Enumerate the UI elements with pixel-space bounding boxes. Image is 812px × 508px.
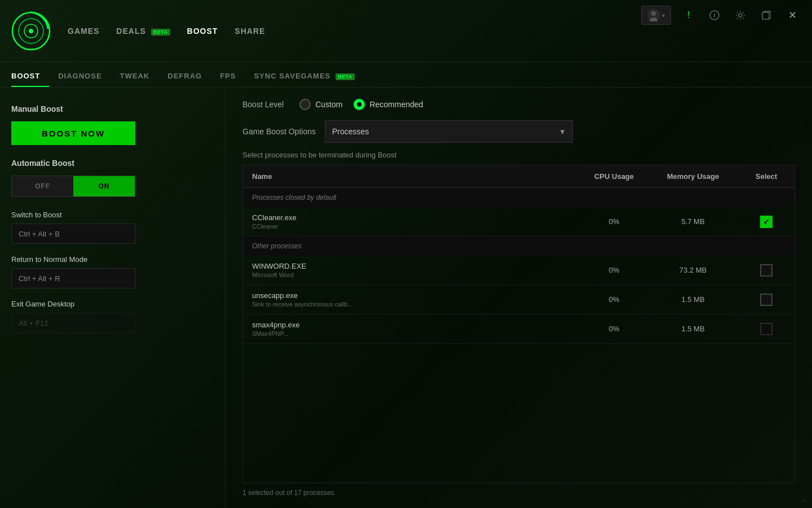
process-cpu: 0% (580, 266, 648, 274)
nav-deals[interactable]: DEALS BETA (116, 24, 170, 38)
close-button[interactable]: ✕ (784, 7, 801, 24)
process-desc: Sink to receive asynchronous callb... (252, 301, 571, 308)
auto-boost-toggle: OFF ON (11, 176, 135, 197)
nav-boost[interactable]: BOOST (187, 24, 218, 38)
process-cpu: 0% (580, 217, 648, 226)
process-name-col: CCleaner.exe CCleaner (243, 209, 580, 234)
th-select: Select (738, 165, 795, 187)
subnav-fps[interactable]: FPS (211, 72, 245, 87)
process-checkbox[interactable] (760, 216, 773, 228)
processes-select[interactable]: Processes Services Startup Items (325, 120, 573, 143)
left-panel: Manual Boost BOOST NOW Automatic Boost O… (0, 87, 226, 508)
process-mem: 1.5 MB (648, 295, 738, 304)
boost-options-row: Game Boost Options Processes Services St… (242, 120, 795, 143)
subnav-tweak[interactable]: TWEAK (111, 72, 159, 87)
titlebar-controls: ▾ ! i ✕ (641, 6, 801, 25)
svg-point-5 (739, 14, 742, 17)
process-name-col: unsecapp.exe Sink to receive asynchronou… (243, 287, 580, 312)
toggle-on-button[interactable]: ON (73, 176, 135, 196)
table-row: unsecapp.exe Sink to receive asynchronou… (243, 285, 795, 314)
process-cpu: 0% (580, 325, 648, 333)
alert-button[interactable]: ! (680, 7, 697, 24)
table-body: Processes closed by default CCleaner.exe… (243, 188, 795, 483)
process-desc: Microsoft Word (252, 271, 571, 278)
process-select-col (738, 294, 795, 306)
exit-game-label: Exit Game Desktop (11, 300, 208, 308)
svg-point-1 (651, 11, 656, 16)
app-logo (11, 11, 51, 51)
subnav-diagnose[interactable]: DIAGNOSE (49, 72, 111, 87)
auto-boost-label: Automatic Boost (11, 159, 208, 168)
process-desc: SMax4PNP... (252, 330, 571, 337)
nav-games[interactable]: GAMES (68, 24, 99, 38)
return-to-normal-label: Return to Normal Mode (11, 255, 208, 264)
nav-share[interactable]: SHARE (235, 24, 265, 38)
watermark: ▪▪ (801, 497, 805, 503)
switch-shortcut-box[interactable]: Ctrl + Alt + B (11, 224, 135, 244)
svg-text:i: i (713, 12, 715, 19)
process-name-col: WINWORD.EXE Microsoft Word (243, 257, 580, 283)
recommended-radio-circle (354, 99, 365, 110)
recommended-radio-option[interactable]: Recommended (354, 99, 423, 110)
subnav-sync-savegames[interactable]: SYNC SAVEGAMES BETA (245, 72, 363, 87)
process-exe: smax4pnp.exe (252, 321, 571, 329)
process-exe: CCleaner.exe (252, 213, 571, 222)
process-cpu: 0% (580, 295, 648, 304)
th-cpu: CPU Usage (580, 165, 648, 187)
section-default-header: Processes closed by default (243, 188, 795, 207)
process-mem: 1.5 MB (648, 325, 738, 333)
app-container: ▾ ! i ✕ (0, 0, 812, 508)
restore-button[interactable] (758, 7, 775, 24)
svg-rect-6 (762, 12, 769, 19)
process-checkbox[interactable] (760, 264, 773, 277)
process-mem: 5.7 MB (648, 217, 738, 226)
switch-to-boost-label: Switch to Boost (11, 211, 208, 219)
custom-radio-option[interactable]: Custom (299, 99, 342, 110)
profile-button[interactable]: ▾ (641, 6, 671, 25)
sub-nav: BOOST DIAGNOSE TWEAK DEFRAG FPS SYNC SAV… (0, 62, 812, 87)
boost-level-row: Boost Level Custom Recommended (242, 99, 795, 110)
boost-level-label: Boost Level (242, 100, 284, 109)
processes-instruction: Select processes to be terminated during… (242, 151, 795, 159)
main-nav: GAMES DEALS BETA BOOST SHARE (68, 24, 801, 38)
processes-select-wrapper: Processes Services Startup Items ▼ (325, 120, 573, 143)
custom-radio-label: Custom (315, 100, 342, 109)
processes-table: Name CPU Usage Memory Usage Select Proce… (242, 165, 795, 483)
profile-chevron: ▾ (662, 12, 665, 19)
settings-button[interactable] (732, 7, 749, 24)
process-desc: CCleaner (252, 223, 571, 230)
subnav-boost[interactable]: BOOST (11, 72, 49, 87)
svg-point-10 (29, 29, 33, 33)
info-button[interactable]: i (706, 7, 723, 24)
custom-radio-circle (299, 99, 311, 110)
th-name: Name (243, 165, 580, 187)
process-select-col (738, 264, 795, 277)
right-panel: Boost Level Custom Recommended Game Boos… (226, 87, 812, 508)
toggle-off-button[interactable]: OFF (12, 176, 73, 196)
boost-options-label: Game Boost Options (242, 127, 316, 136)
table-row: CCleaner.exe CCleaner 0% 5.7 MB (243, 207, 795, 237)
section-other-header: Other processes (243, 237, 795, 256)
process-name-col: smax4pnp.exe SMax4PNP... (243, 316, 580, 341)
th-memory: Memory Usage (648, 165, 738, 187)
recommended-radio-label: Recommended (369, 100, 423, 109)
table-row: WINWORD.EXE Microsoft Word 0% 73.2 MB (243, 256, 795, 285)
process-exe: unsecapp.exe (252, 291, 571, 300)
avatar (647, 9, 660, 21)
process-select-col (738, 216, 795, 228)
deals-badge: BETA (151, 29, 170, 36)
process-checkbox[interactable] (760, 294, 773, 306)
subnav-defrag[interactable]: DEFRAG (158, 72, 211, 87)
table-row: smax4pnp.exe SMax4PNP... 0% 1.5 MB (243, 314, 795, 344)
process-mem: 73.2 MB (648, 266, 738, 274)
manual-boost-label: Manual Boost (11, 104, 208, 113)
process-select-col (738, 323, 795, 335)
exit-shortcut-box: Alt + F12 (11, 313, 135, 333)
main-content: Manual Boost BOOST NOW Automatic Boost O… (0, 87, 812, 508)
process-checkbox[interactable] (760, 323, 773, 335)
processes-footer: 1 selected out of 17 processes (242, 483, 795, 497)
return-shortcut-box[interactable]: Ctrl + Alt + R (11, 268, 135, 288)
process-exe: WINWORD.EXE (252, 262, 571, 270)
boost-now-button[interactable]: BOOST NOW (11, 121, 135, 145)
sync-badge: BETA (336, 73, 355, 80)
